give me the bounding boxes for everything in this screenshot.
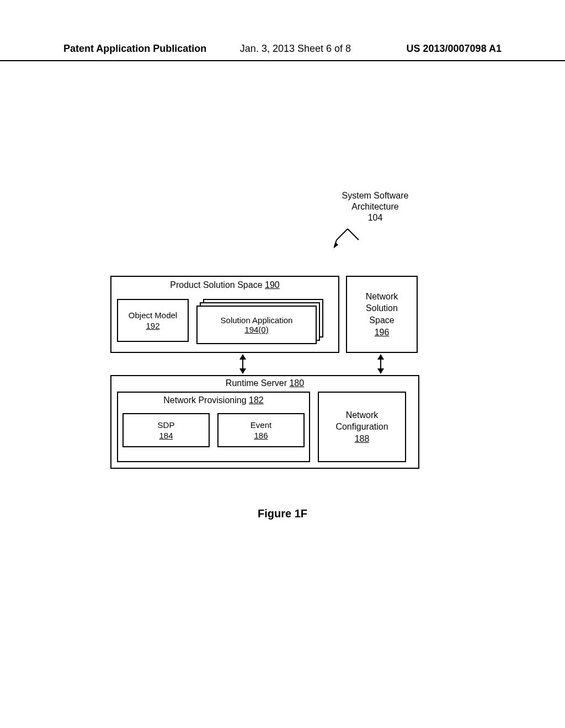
event-num: 186 <box>254 430 268 441</box>
pss-title-num: 190 <box>265 280 280 290</box>
event-box: Event 186 <box>217 413 305 447</box>
sys-label-line2: Architecture <box>351 202 398 211</box>
solution-application-box: Solution Application 194(0) <box>196 306 317 344</box>
runtime-title-text: Runtime Server <box>226 378 287 388</box>
sys-label-line1: System Software <box>342 191 409 200</box>
runtime-server-box: Runtime Server 180 Network Provisioning … <box>110 375 419 469</box>
sys-label-line3: 104 <box>368 213 383 222</box>
header-right: US 2013/0007098 A1 <box>407 43 502 55</box>
nss-line2: Solution <box>366 303 398 313</box>
sdp-label: SDP <box>158 420 175 431</box>
figure-caption: Figure 1F <box>0 507 565 520</box>
nss-num: 196 <box>375 328 390 337</box>
svg-line-1 <box>337 229 348 240</box>
lead-arrow-icon <box>334 226 361 248</box>
net-conf-num: 188 <box>355 434 370 443</box>
object-model-num: 192 <box>146 320 159 331</box>
pss-title: Product Solution Space 190 <box>117 280 333 290</box>
network-configuration-box: Network Configuration 188 <box>318 392 406 462</box>
page-header: Patent Application Publication Jan. 3, 2… <box>0 43 565 61</box>
double-arrow-icon <box>375 354 386 374</box>
pss-title-text: Product Solution Space <box>170 280 262 290</box>
solution-app-num: 194(0) <box>244 325 268 334</box>
net-conf-line1: Network <box>346 410 379 420</box>
network-provisioning-box: Network Provisioning 182 SDP 184 Event 1… <box>117 392 310 462</box>
runtime-title-num: 180 <box>289 378 304 388</box>
object-model-box: Object Model 192 <box>117 299 189 342</box>
header-left: Patent Application Publication <box>63 43 206 55</box>
svg-line-0 <box>348 229 359 240</box>
runtime-title: Runtime Server 180 <box>117 378 413 388</box>
nss-line3: Space <box>369 315 394 325</box>
sdp-num: 184 <box>159 430 173 441</box>
header-center: Jan. 3, 2013 Sheet 6 of 8 <box>240 43 351 55</box>
np-title-num: 182 <box>249 395 264 405</box>
sdp-box: SDP 184 <box>122 413 210 447</box>
svg-marker-5 <box>239 354 246 360</box>
np-title: Network Provisioning 182 <box>122 395 305 405</box>
solution-application-stack: Solution Application 194(0) <box>196 299 323 344</box>
svg-marker-6 <box>239 368 246 374</box>
svg-marker-9 <box>377 368 384 374</box>
double-arrow-icon <box>237 354 248 374</box>
net-conf-line2: Configuration <box>335 422 388 431</box>
object-model-label: Object Model <box>129 310 177 321</box>
system-software-label: System Software Architecture 104 <box>331 190 419 223</box>
nss-line1: Network <box>366 292 398 301</box>
svg-marker-8 <box>377 354 384 360</box>
product-solution-space-box: Product Solution Space 190 Object Model … <box>110 276 339 353</box>
network-solution-space-box: Network Solution Space 196 <box>346 276 418 353</box>
np-title-text: Network Provisioning <box>163 395 246 405</box>
event-label: Event <box>250 420 271 431</box>
solution-app-label: Solution Application <box>221 315 293 325</box>
